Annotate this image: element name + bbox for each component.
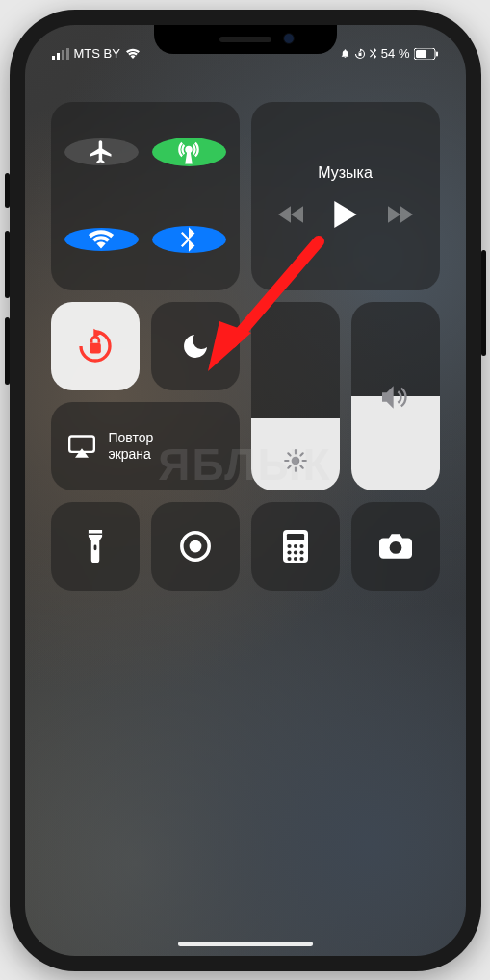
screen-mirroring-button[interactable]: Повтор экрана	[51, 402, 240, 490]
svg-line-17	[300, 453, 302, 455]
orientation-lock-toggle[interactable]	[51, 302, 140, 390]
wifi-toggle[interactable]	[64, 228, 139, 251]
flashlight-button[interactable]	[51, 502, 140, 591]
orientation-lock-icon	[76, 327, 115, 365]
sun-icon	[283, 448, 308, 473]
svg-rect-0	[52, 56, 55, 60]
svg-point-31	[287, 556, 291, 560]
notch	[154, 25, 337, 54]
carrier-label: MTS BY	[74, 46, 120, 61]
next-track-button[interactable]	[388, 206, 413, 223]
media-controls	[278, 201, 413, 228]
svg-rect-3	[66, 48, 69, 60]
cellular-data-toggle[interactable]	[152, 138, 226, 166]
svg-line-14	[288, 453, 290, 455]
media-panel[interactable]: Музыка	[251, 102, 440, 290]
volume-slider[interactable]	[351, 302, 440, 490]
forward-icon	[388, 206, 413, 223]
svg-point-26	[293, 543, 297, 547]
svg-rect-6	[416, 50, 426, 58]
cellular-antenna-icon	[174, 138, 203, 166]
svg-point-32	[293, 556, 297, 560]
svg-point-28	[287, 550, 291, 554]
svg-rect-8	[90, 342, 101, 353]
status-left: MTS BY	[52, 39, 141, 68]
cellular-signal-icon	[52, 48, 69, 60]
speaker-icon	[382, 386, 409, 409]
play-icon	[334, 201, 357, 228]
alarm-icon	[340, 48, 350, 59]
bluetooth-toggle[interactable]	[152, 226, 226, 253]
screen: MTS BY 54 % ЯБЛЫК	[25, 25, 466, 956]
battery-icon	[414, 48, 439, 60]
calculator-icon	[283, 530, 308, 563]
bluetooth-status-icon	[370, 47, 377, 60]
screen-mirroring-label: Повтор экрана	[109, 430, 154, 463]
mute-switch	[5, 173, 10, 208]
phone-frame: MTS BY 54 % ЯБЛЫК	[10, 10, 481, 971]
svg-point-22	[189, 540, 201, 552]
svg-rect-19	[93, 544, 96, 550]
play-button[interactable]	[334, 201, 357, 228]
control-center: Музыка	[25, 83, 466, 610]
power-button	[481, 250, 486, 356]
svg-point-30	[299, 550, 303, 554]
camera-icon	[379, 534, 412, 559]
backward-icon	[278, 206, 303, 223]
svg-point-25	[287, 543, 291, 547]
airplane-mode-toggle[interactable]	[64, 138, 139, 165]
orientation-lock-status-icon	[354, 48, 366, 60]
bluetooth-icon	[181, 226, 196, 253]
do-not-disturb-toggle[interactable]	[151, 302, 240, 390]
svg-rect-7	[436, 51, 438, 56]
status-right: 54 %	[340, 39, 439, 68]
svg-rect-2	[62, 50, 64, 60]
svg-point-29	[293, 550, 297, 554]
home-indicator[interactable]	[178, 942, 313, 946]
connectivity-panel[interactable]	[51, 102, 240, 290]
volume-up-button	[5, 231, 10, 298]
wifi-icon	[87, 228, 116, 251]
svg-point-33	[299, 556, 303, 560]
svg-line-15	[300, 465, 302, 467]
camera-button[interactable]	[351, 502, 440, 591]
volume-down-button	[5, 317, 10, 385]
timer-button[interactable]	[151, 502, 240, 591]
airplay-icon	[68, 435, 95, 458]
volume-fill	[351, 396, 440, 490]
previous-track-button[interactable]	[278, 206, 303, 223]
svg-rect-4	[358, 53, 361, 56]
moon-icon	[180, 331, 211, 362]
media-title: Музыка	[318, 164, 373, 182]
flashlight-icon	[87, 530, 104, 563]
timer-icon	[179, 530, 212, 563]
brightness-slider[interactable]	[251, 302, 340, 490]
battery-percent: 54 %	[381, 46, 410, 61]
svg-rect-24	[286, 534, 303, 540]
svg-point-27	[299, 543, 303, 547]
svg-line-16	[288, 465, 290, 467]
svg-point-9	[291, 456, 299, 465]
svg-rect-1	[57, 53, 60, 60]
airplane-icon	[88, 138, 115, 165]
svg-point-34	[389, 541, 401, 554]
wifi-icon	[125, 48, 141, 60]
calculator-button[interactable]	[251, 502, 340, 591]
